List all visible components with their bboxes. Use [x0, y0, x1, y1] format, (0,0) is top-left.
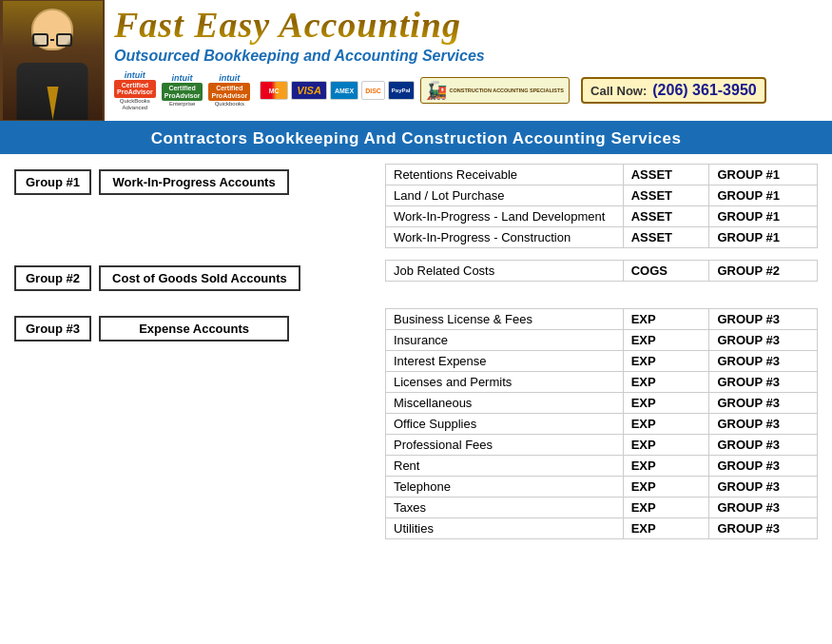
- account-type: EXP: [623, 456, 709, 477]
- group3-table: Business License & Fees EXP GROUP #3 Ins…: [385, 308, 818, 539]
- group3-name: Expense Accounts: [99, 316, 289, 342]
- train-badge: 🚂 CONSTRUCTION ACCOUNTING SPECIALISTS: [420, 77, 571, 104]
- group1-left: Group #1 Work-In-Progress Accounts: [14, 164, 385, 201]
- main-content: Group #1 Work-In-Progress Accounts Reten…: [0, 154, 832, 636]
- group2-accounts: Job Related Costs COGS GROUP #2: [385, 260, 818, 282]
- amex-icon: AMEX: [330, 81, 358, 100]
- table-row: Retentions Receivable ASSET GROUP #1: [386, 165, 818, 185]
- account-name: Interest Expense: [386, 351, 624, 372]
- account-type: ASSET: [623, 165, 709, 185]
- discover-icon: DISC: [361, 81, 385, 100]
- account-type: EXP: [623, 372, 709, 393]
- account-name: Job Related Costs: [386, 261, 624, 282]
- account-name: Utilities: [386, 518, 624, 539]
- header-content: Fast Easy Accounting Outsourced Bookkeep…: [105, 0, 832, 121]
- table-row: Rent EXP GROUP #3: [386, 456, 818, 477]
- account-name: Taxes: [386, 498, 624, 518]
- account-group: GROUP #3: [709, 393, 818, 414]
- group2-table: Job Related Costs COGS GROUP #2: [385, 260, 818, 282]
- group1-row: Group #1 Work-In-Progress Accounts Reten…: [14, 164, 818, 248]
- table-row: Work-In-Progress - Construction ASSET GR…: [386, 227, 818, 248]
- account-name: Work-In-Progress - Construction: [386, 227, 624, 248]
- table-row: Utilities EXP GROUP #3: [386, 518, 818, 539]
- account-name: Office Supplies: [386, 414, 624, 435]
- table-row: Office Supplies EXP GROUP #3: [386, 414, 818, 435]
- table-row: Insurance EXP GROUP #3: [386, 330, 818, 351]
- account-type: EXP: [623, 498, 709, 518]
- account-type: ASSET: [623, 185, 709, 206]
- group3-accounts: Business License & Fees EXP GROUP #3 Ins…: [385, 308, 818, 539]
- account-group: GROUP #3: [709, 477, 818, 498]
- account-group: GROUP #3: [709, 372, 818, 393]
- account-type: COGS: [623, 261, 709, 282]
- account-group: GROUP #2: [709, 261, 818, 282]
- group1-name: Work-In-Progress Accounts: [99, 169, 289, 195]
- intuit-badge-1: intuit CertifiedProAdvisor QuickBooksAdv…: [114, 70, 156, 111]
- account-group: GROUP #3: [709, 351, 818, 372]
- table-row: Miscellaneous EXP GROUP #3: [386, 393, 818, 414]
- account-name: Professional Fees: [386, 435, 624, 456]
- account-name: Work-In-Progress - Land Development: [386, 206, 624, 227]
- intuit-badge-3: intuit CertifiedProAdvisor Quickbooks: [208, 73, 250, 107]
- table-row: Taxes EXP GROUP #3: [386, 498, 818, 518]
- account-group: GROUP #3: [709, 330, 818, 351]
- account-type: ASSET: [623, 206, 709, 227]
- group1-badge: Group #1: [14, 169, 91, 195]
- account-name: Telephone: [386, 477, 624, 498]
- account-name: Business License & Fees: [386, 309, 624, 330]
- table-row: Licenses and Permits EXP GROUP #3: [386, 372, 818, 393]
- table-row: Land / Lot Purchase ASSET GROUP #1: [386, 185, 818, 206]
- account-name: Miscellaneous: [386, 393, 624, 414]
- table-row: Professional Fees EXP GROUP #3: [386, 435, 818, 456]
- subtitle-bar: Contractors Bookkeeping And Construction…: [0, 124, 832, 154]
- account-type: EXP: [623, 518, 709, 539]
- group1-accounts: Retentions Receivable ASSET GROUP #1 Lan…: [385, 164, 818, 248]
- account-group: GROUP #3: [709, 435, 818, 456]
- account-name: Rent: [386, 456, 624, 477]
- payment-icons: MC VISA AMEX DISC PayPal: [260, 81, 414, 100]
- account-group: GROUP #1: [709, 227, 818, 248]
- group3-badge: Group #3: [14, 316, 91, 342]
- group3-row: Group #3 Expense Accounts Business Licen…: [14, 308, 818, 539]
- group2-badge: Group #2: [14, 265, 91, 291]
- intuit-badge-2: intuit CertifiedProAdvisor Enterprise: [162, 73, 203, 107]
- account-group: GROUP #3: [709, 309, 818, 330]
- account-name: Insurance: [386, 330, 624, 351]
- visa-icon: VISA: [291, 81, 327, 100]
- account-type: EXP: [623, 435, 709, 456]
- table-row: Interest Expense EXP GROUP #3: [386, 351, 818, 372]
- group1-table: Retentions Receivable ASSET GROUP #1 Lan…: [385, 164, 818, 248]
- account-type: EXP: [623, 330, 709, 351]
- account-type: EXP: [623, 351, 709, 372]
- account-group: GROUP #3: [709, 414, 818, 435]
- account-type: EXP: [623, 309, 709, 330]
- account-type: EXP: [623, 477, 709, 498]
- table-row: Job Related Costs COGS GROUP #2: [386, 261, 818, 282]
- site-title: Fast Easy Accounting: [114, 6, 822, 46]
- train-text: CONSTRUCTION ACCOUNTING SPECIALISTS: [450, 88, 565, 94]
- header-photo: [0, 0, 105, 121]
- account-name: Land / Lot Purchase: [386, 185, 624, 206]
- group2-name: Cost of Goods Sold Accounts: [99, 265, 300, 291]
- call-box: Call Now: (206) 361-3950: [581, 77, 766, 104]
- paypal-icon: PayPal: [388, 81, 415, 100]
- account-group: GROUP #1: [709, 165, 818, 185]
- account-group: GROUP #3: [709, 518, 818, 539]
- account-group: GROUP #1: [709, 206, 818, 227]
- account-name: Licenses and Permits: [386, 372, 624, 393]
- call-number: (206) 361-3950: [652, 82, 756, 99]
- group2-left: Group #2 Cost of Goods Sold Accounts: [14, 260, 385, 297]
- header-logos: intuit CertifiedProAdvisor QuickBooksAdv…: [114, 70, 822, 111]
- table-row: Business License & Fees EXP GROUP #3: [386, 309, 818, 330]
- account-type: EXP: [623, 414, 709, 435]
- account-type: ASSET: [623, 227, 709, 248]
- header: Fast Easy Accounting Outsourced Bookkeep…: [0, 0, 832, 124]
- table-row: Work-In-Progress - Land Development ASSE…: [386, 206, 818, 227]
- account-type: EXP: [623, 393, 709, 414]
- account-group: GROUP #1: [709, 185, 818, 206]
- account-name: Retentions Receivable: [386, 165, 624, 185]
- call-label: Call Now:: [590, 84, 647, 98]
- group2-row: Group #2 Cost of Goods Sold Accounts Job…: [14, 260, 818, 297]
- mastercard-icon: MC: [260, 81, 288, 100]
- site-subtitle: Outsourced Bookkeeping and Accounting Se…: [114, 48, 822, 65]
